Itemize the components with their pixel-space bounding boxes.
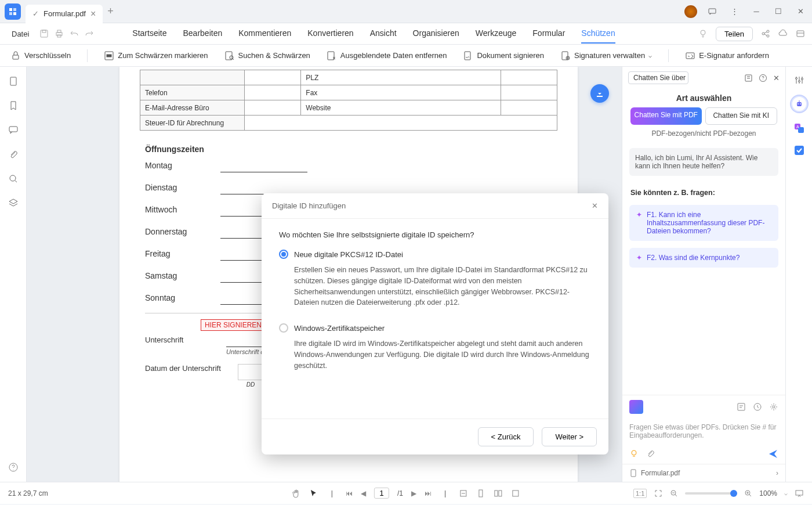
panel-subtitle: PDF-bezogen/nicht PDF-bezogen [622,129,785,138]
zoom-in-icon[interactable] [744,489,752,497]
new-tab-button[interactable]: + [107,5,114,17]
tab-kommentieren[interactable]: Kommentieren [238,24,291,44]
prev-page-icon[interactable]: ◀ [361,489,366,497]
telefon-label: Telefon [140,85,245,100]
mark-redact-button[interactable]: Zum Schwärzen markieren [104,50,208,61]
single-page-icon[interactable] [476,489,485,498]
grid-icon[interactable] [796,29,805,38]
page-number-input[interactable] [374,488,389,499]
page-total: /1 [397,489,403,497]
tab-startseite[interactable]: Startseite [132,24,166,44]
ai-robot-icon[interactable] [791,96,807,112]
search-redact-button[interactable]: Suchen & Schwärzen [224,50,310,61]
chat-app-icon[interactable] [629,400,643,414]
presentation-icon[interactable] [795,489,804,498]
manage-sigs-label: Signaturen verwalten [574,51,645,60]
window-minimize[interactable]: ─ [749,5,763,19]
comments-icon[interactable] [8,125,19,135]
first-page-icon[interactable]: ⏮ [346,489,353,497]
next-page-icon[interactable]: ▶ [411,489,416,497]
back-button[interactable]: < Zurück [478,427,534,446]
next-button[interactable]: Weiter > [542,427,597,446]
search-icon[interactable] [8,174,19,184]
checkmark-badge-icon[interactable] [793,145,805,156]
help-icon[interactable] [759,74,767,82]
view-mode-icon[interactable] [511,489,520,498]
tab-ansicht[interactable]: Ansicht [370,24,397,44]
day-label: Mittwoch [145,205,220,214]
attach-icon[interactable] [646,449,655,459]
cloud-icon[interactable] [778,29,788,38]
send-button[interactable] [768,449,778,459]
tab-bearbeiten[interactable]: Bearbeiten [183,24,223,44]
zoom-slider[interactable] [685,492,737,495]
dd-caption: DD [246,381,255,388]
chat-pdf-tab[interactable]: Chatten Sie mit PDF [630,107,702,125]
encrypt-button[interactable]: Verschlüsseln [10,50,71,61]
suggestion-2[interactable]: ✦ F2. Was sind die Kernpunkte? [629,248,778,268]
actual-size-icon[interactable]: 1:1 [633,489,647,498]
select-tool-icon[interactable] [309,489,318,498]
attachments-icon[interactable] [8,149,19,160]
window-maximize[interactable]: ☐ [771,5,785,19]
summary-icon[interactable] [737,402,746,412]
remove-hidden-button[interactable]: Ausgeblendete Daten entfernen [327,50,447,61]
idea-icon[interactable] [629,449,639,459]
tab-werkzeuge[interactable]: Werkzeuge [476,24,517,44]
dialog-close-button[interactable]: ✕ [592,201,598,210]
layers-icon[interactable] [8,198,19,208]
share-button[interactable]: Teilen [716,27,753,41]
last-page-icon[interactable]: ⏭ [425,489,432,497]
tab-organisieren[interactable]: Organisieren [413,24,459,44]
redo-icon[interactable] [85,29,94,38]
sign-here-marker[interactable]: HIER SIGNIEREN [201,319,266,331]
encrypt-label: Verschlüsseln [24,51,71,60]
fit-width-icon[interactable] [459,489,468,498]
comment-icon[interactable] [705,5,719,19]
option-pkcs12[interactable]: Neue digitale PKCS#12 ID-Datei [279,250,591,259]
svg-rect-2 [9,12,12,15]
document-canvas[interactable]: PLZ TelefonFax E-Mail-Adresse BüroWebsit… [27,67,622,482]
document-tab[interactable]: ✓ Formular.pdf × [26,5,103,23]
print-icon[interactable] [55,29,64,38]
chat-ai-tab[interactable]: Chatten Sie mit KI [705,107,778,125]
lightbulb-icon[interactable] [698,29,708,38]
translate-icon[interactable]: A [793,122,805,134]
suggestion-1[interactable]: ✦ F1. Kann ich eine Inhaltszusammenfassu… [629,205,778,241]
tab-formular[interactable]: Formular [532,24,565,44]
file-name: Formular.pdf [641,469,680,477]
chevron-down-icon[interactable]: ⌵ [784,490,788,496]
bookmarks-icon[interactable] [8,100,19,111]
option-windows-store[interactable]: Windows-Zertifikatspeicher [279,323,591,333]
share-icon[interactable] [761,29,770,38]
suggestion-1-text: F1. Kann ich eine Inhaltszusammenfassung… [647,211,771,235]
file-menu[interactable]: Datei [7,27,34,41]
transcript-icon[interactable] [744,74,753,82]
zoom-out-icon[interactable] [670,489,678,497]
hand-tool-icon[interactable] [292,489,301,498]
thumbnails-icon[interactable] [8,76,19,86]
tab-konvertieren[interactable]: Konvertieren [307,24,353,44]
history-icon[interactable] [753,402,762,412]
chat-input[interactable]: Fragen Sie etwas über PDFs. Drücken Sie … [622,419,785,444]
current-file-indicator[interactable]: Formular.pdf › [622,464,785,482]
close-panel-icon[interactable]: ✕ [773,74,780,82]
two-page-icon[interactable] [494,489,503,498]
hours-title: Öffnungszeiten [145,145,578,154]
download-floating-button[interactable] [590,84,609,103]
request-esignature-button[interactable]: E-Signatur anfordern [685,50,769,61]
save-icon[interactable] [39,29,49,38]
manage-signatures-button[interactable]: Signaturen verwalten ⌵ [560,50,652,61]
more-icon[interactable]: ⋮ [727,5,741,19]
undo-icon[interactable] [70,29,79,38]
sign-document-button[interactable]: Dokument signieren [463,50,544,61]
settings-icon[interactable] [769,402,778,412]
tab-close-button[interactable]: × [90,9,96,19]
window-close[interactable]: ✕ [793,5,807,19]
help-icon[interactable] [8,462,19,472]
fullscreen-icon[interactable] [654,489,663,498]
chat-mode-dropdown[interactable]: Chatten Sie über P ⌵ [628,71,688,84]
sliders-icon[interactable] [794,75,804,85]
tab-schuetzen[interactable]: Schützen [581,24,615,44]
user-avatar[interactable] [684,5,697,18]
